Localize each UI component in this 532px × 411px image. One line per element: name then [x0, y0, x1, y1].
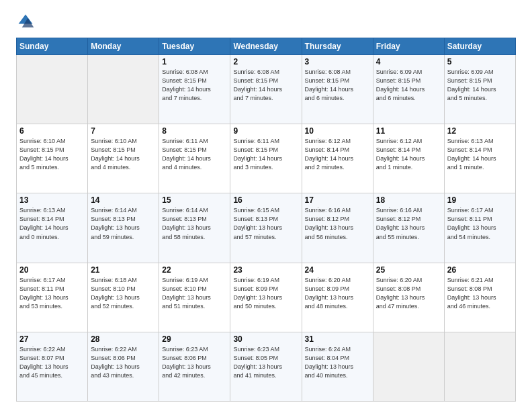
week-row-3: 13Sunrise: 6:13 AM Sunset: 8:14 PM Dayli…: [17, 193, 516, 263]
day-cell: 1Sunrise: 6:08 AM Sunset: 8:15 PM Daylig…: [159, 55, 230, 124]
day-cell: 9Sunrise: 6:11 AM Sunset: 8:15 PM Daylig…: [230, 124, 302, 193]
day-number: 7: [91, 126, 156, 136]
day-info: Sunrise: 6:08 AM Sunset: 8:15 PM Dayligh…: [305, 68, 370, 103]
day-cell: 31Sunrise: 6:24 AM Sunset: 8:04 PM Dayli…: [302, 332, 373, 401]
day-info: Sunrise: 6:16 AM Sunset: 8:12 PM Dayligh…: [376, 206, 441, 241]
day-info: Sunrise: 6:23 AM Sunset: 8:05 PM Dayligh…: [233, 345, 298, 380]
day-cell: 11Sunrise: 6:12 AM Sunset: 8:14 PM Dayli…: [373, 124, 444, 193]
day-info: Sunrise: 6:20 AM Sunset: 8:08 PM Dayligh…: [376, 276, 441, 311]
day-number: 2: [233, 57, 298, 66]
day-number: 16: [233, 195, 298, 205]
day-cell: 14Sunrise: 6:14 AM Sunset: 8:13 PM Dayli…: [88, 193, 159, 263]
day-info: Sunrise: 6:22 AM Sunset: 8:07 PM Dayligh…: [19, 345, 85, 380]
calendar-header: SundayMondayTuesdayWednesdayThursdayFrid…: [17, 38, 516, 55]
day-info: Sunrise: 6:19 AM Sunset: 8:10 PM Dayligh…: [162, 276, 227, 311]
day-number: 15: [162, 195, 227, 205]
calendar-body: 1Sunrise: 6:08 AM Sunset: 8:15 PM Daylig…: [17, 55, 516, 402]
day-cell: 18Sunrise: 6:16 AM Sunset: 8:12 PM Dayli…: [373, 193, 444, 263]
logo-icon: [16, 12, 35, 31]
day-info: Sunrise: 6:08 AM Sunset: 8:15 PM Dayligh…: [162, 68, 227, 103]
day-cell: [373, 332, 444, 401]
day-number: 17: [305, 195, 370, 205]
day-cell: [444, 332, 515, 401]
day-cell: 4Sunrise: 6:09 AM Sunset: 8:15 PM Daylig…: [373, 55, 444, 124]
day-cell: 23Sunrise: 6:19 AM Sunset: 8:09 PM Dayli…: [230, 263, 302, 332]
day-cell: 15Sunrise: 6:14 AM Sunset: 8:13 PM Dayli…: [159, 193, 230, 263]
day-info: Sunrise: 6:23 AM Sunset: 8:06 PM Dayligh…: [162, 345, 227, 380]
day-number: 8: [162, 126, 227, 136]
day-info: Sunrise: 6:21 AM Sunset: 8:08 PM Dayligh…: [447, 276, 513, 311]
day-number: 18: [376, 195, 441, 205]
day-number: 14: [91, 195, 156, 205]
day-cell: 19Sunrise: 6:17 AM Sunset: 8:11 PM Dayli…: [444, 193, 515, 263]
day-number: 11: [376, 126, 441, 136]
day-info: Sunrise: 6:19 AM Sunset: 8:09 PM Dayligh…: [233, 276, 298, 311]
day-number: 3: [305, 57, 370, 66]
day-info: Sunrise: 6:12 AM Sunset: 8:14 PM Dayligh…: [376, 137, 441, 172]
day-cell: 30Sunrise: 6:23 AM Sunset: 8:05 PM Dayli…: [230, 332, 302, 401]
day-cell: 27Sunrise: 6:22 AM Sunset: 8:07 PM Dayli…: [17, 332, 88, 401]
weekday-wednesday: Wednesday: [230, 38, 302, 55]
day-cell: 5Sunrise: 6:09 AM Sunset: 8:15 PM Daylig…: [444, 55, 515, 124]
day-number: 23: [233, 265, 298, 275]
day-cell: 13Sunrise: 6:13 AM Sunset: 8:14 PM Dayli…: [17, 193, 88, 263]
logo: [16, 12, 38, 31]
day-info: Sunrise: 6:22 AM Sunset: 8:06 PM Dayligh…: [91, 345, 156, 380]
day-info: Sunrise: 6:11 AM Sunset: 8:15 PM Dayligh…: [233, 137, 298, 172]
day-cell: 10Sunrise: 6:12 AM Sunset: 8:14 PM Dayli…: [302, 124, 373, 193]
day-info: Sunrise: 6:09 AM Sunset: 8:15 PM Dayligh…: [447, 68, 513, 103]
day-number: 24: [305, 265, 370, 275]
weekday-friday: Friday: [373, 38, 444, 55]
day-number: 27: [19, 334, 85, 344]
day-number: 31: [305, 334, 370, 344]
day-info: Sunrise: 6:09 AM Sunset: 8:15 PM Dayligh…: [376, 68, 441, 103]
day-info: Sunrise: 6:17 AM Sunset: 8:11 PM Dayligh…: [447, 206, 513, 241]
day-cell: 2Sunrise: 6:08 AM Sunset: 8:15 PM Daylig…: [230, 55, 302, 124]
day-cell: 12Sunrise: 6:13 AM Sunset: 8:14 PM Dayli…: [444, 124, 515, 193]
day-number: 20: [19, 265, 85, 275]
day-info: Sunrise: 6:14 AM Sunset: 8:13 PM Dayligh…: [162, 206, 227, 241]
day-info: Sunrise: 6:15 AM Sunset: 8:13 PM Dayligh…: [233, 206, 298, 241]
weekday-tuesday: Tuesday: [159, 38, 230, 55]
day-info: Sunrise: 6:20 AM Sunset: 8:09 PM Dayligh…: [305, 276, 370, 311]
day-number: 1: [162, 57, 227, 66]
day-number: 19: [447, 195, 513, 205]
day-number: 25: [376, 265, 441, 275]
day-cell: 7Sunrise: 6:10 AM Sunset: 8:15 PM Daylig…: [88, 124, 159, 193]
header: [16, 12, 516, 31]
weekday-monday: Monday: [88, 38, 159, 55]
day-info: Sunrise: 6:24 AM Sunset: 8:04 PM Dayligh…: [305, 345, 370, 380]
day-cell: 20Sunrise: 6:17 AM Sunset: 8:11 PM Dayli…: [17, 263, 88, 332]
day-info: Sunrise: 6:18 AM Sunset: 8:10 PM Dayligh…: [91, 276, 156, 311]
day-info: Sunrise: 6:10 AM Sunset: 8:15 PM Dayligh…: [91, 137, 156, 172]
day-info: Sunrise: 6:08 AM Sunset: 8:15 PM Dayligh…: [233, 68, 298, 103]
day-info: Sunrise: 6:11 AM Sunset: 8:15 PM Dayligh…: [162, 137, 227, 172]
day-cell: 3Sunrise: 6:08 AM Sunset: 8:15 PM Daylig…: [302, 55, 373, 124]
day-info: Sunrise: 6:14 AM Sunset: 8:13 PM Dayligh…: [91, 206, 156, 241]
day-cell: 28Sunrise: 6:22 AM Sunset: 8:06 PM Dayli…: [88, 332, 159, 401]
week-row-4: 20Sunrise: 6:17 AM Sunset: 8:11 PM Dayli…: [17, 263, 516, 332]
week-row-5: 27Sunrise: 6:22 AM Sunset: 8:07 PM Dayli…: [17, 332, 516, 401]
day-number: 29: [162, 334, 227, 344]
page: SundayMondayTuesdayWednesdayThursdayFrid…: [0, 0, 532, 411]
day-cell: 21Sunrise: 6:18 AM Sunset: 8:10 PM Dayli…: [88, 263, 159, 332]
day-info: Sunrise: 6:12 AM Sunset: 8:14 PM Dayligh…: [305, 137, 370, 172]
week-row-2: 6Sunrise: 6:10 AM Sunset: 8:15 PM Daylig…: [17, 124, 516, 193]
weekday-saturday: Saturday: [444, 38, 515, 55]
day-number: 30: [233, 334, 298, 344]
day-cell: 29Sunrise: 6:23 AM Sunset: 8:06 PM Dayli…: [159, 332, 230, 401]
day-number: 10: [305, 126, 370, 136]
day-number: 5: [447, 57, 513, 66]
day-cell: 25Sunrise: 6:20 AM Sunset: 8:08 PM Dayli…: [373, 263, 444, 332]
day-info: Sunrise: 6:16 AM Sunset: 8:12 PM Dayligh…: [305, 206, 370, 241]
day-number: 9: [233, 126, 298, 136]
day-number: 22: [162, 265, 227, 275]
day-number: 4: [376, 57, 441, 66]
weekday-row: SundayMondayTuesdayWednesdayThursdayFrid…: [17, 38, 516, 55]
day-cell: [88, 55, 159, 124]
day-cell: [17, 55, 88, 124]
week-row-1: 1Sunrise: 6:08 AM Sunset: 8:15 PM Daylig…: [17, 55, 516, 124]
day-info: Sunrise: 6:17 AM Sunset: 8:11 PM Dayligh…: [19, 276, 85, 311]
day-cell: 16Sunrise: 6:15 AM Sunset: 8:13 PM Dayli…: [230, 193, 302, 263]
weekday-thursday: Thursday: [302, 38, 373, 55]
